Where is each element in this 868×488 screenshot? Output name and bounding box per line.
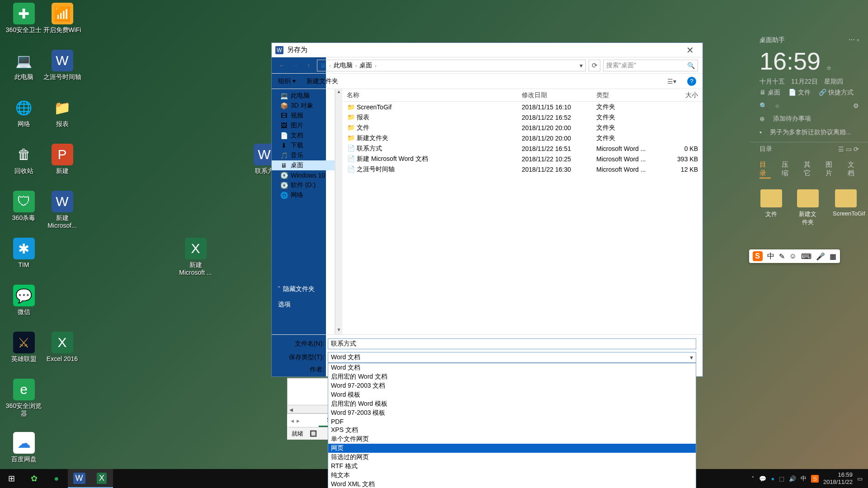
word-icon: W (275, 46, 283, 54)
file-row[interactable]: 📁报表2018/11/22 16:52文件夹 (342, 112, 703, 122)
dropdown-option[interactable]: 启用宏的 Word 文档 (328, 372, 696, 381)
nav-up-button[interactable]: ↑ (303, 60, 314, 71)
dropdown-option[interactable]: 单个文件网页 (328, 435, 696, 444)
tree-scrollbar[interactable]: ▲▼ (335, 89, 342, 334)
taskbar-word[interactable]: W (68, 469, 90, 488)
dropdown-option[interactable]: 网页 (328, 444, 696, 453)
new-folder-button[interactable]: 新建文件夹 (307, 77, 338, 85)
dropdown-option[interactable]: RTF 格式 (328, 462, 696, 471)
desktop-icon-thispc[interactable]: 💻此电脑 (5, 50, 43, 81)
sogou-icon: S (753, 251, 763, 261)
desktop-icon-tim[interactable]: ✱TIM (5, 238, 43, 269)
taskbar-excel[interactable]: X (90, 469, 113, 488)
refresh-button[interactable]: ⟳ (589, 60, 600, 71)
breadcrumb[interactable]: 🖥 › 此电脑 › 桌面 › ▾ (317, 60, 586, 71)
file-list-header[interactable]: 名称 修改日期 类型 大小 (342, 89, 703, 102)
widget-tab[interactable]: 图片 (826, 160, 837, 178)
desktop-icon-word2[interactable]: W新建 Microsof... (43, 191, 81, 230)
dropdown-option[interactable]: Word 模板 (328, 390, 696, 399)
dialog-title: 另存为 (287, 46, 681, 54)
taskbar-app-1[interactable]: ✿ (23, 469, 45, 488)
tray-volume-icon[interactable]: 🔊 (789, 475, 796, 482)
system-tray: ˄ 💬 ● ⬚ 🔊 中 S 16:592018/11/22 ▭ (746, 471, 868, 485)
desktop-icon-folder[interactable]: 📁报表 (43, 97, 81, 128)
weather-icon: ☼ (826, 64, 832, 71)
close-button[interactable]: ✕ (681, 45, 699, 56)
sheet-nav-first[interactable]: ◂ (291, 417, 294, 424)
file-row[interactable]: 📄之涯号时间轴2018/11/22 16:30Microsoft Word ..… (342, 164, 703, 174)
tree-node[interactable]: 🌐网络 (272, 190, 335, 200)
desktop-icon-360safe[interactable]: ✚360安全卫士 (5, 3, 43, 34)
widget-tab[interactable]: 文档 (848, 160, 859, 178)
widget-folder[interactable]: 文件 (760, 189, 783, 226)
tree-node[interactable]: 🎵音乐 (272, 150, 335, 160)
widget-tab[interactable]: 其它 (804, 160, 815, 178)
nav-forward-button[interactable]: → (290, 60, 301, 71)
filename-input[interactable] (328, 338, 696, 349)
file-row[interactable]: 📄新建 Microsoft Word 文档2018/11/22 10:25Mic… (342, 154, 703, 164)
desktop-icon-lol[interactable]: ⚔英雄联盟 (5, 332, 43, 363)
dropdown-option[interactable]: XPS 文档 (328, 426, 696, 435)
tray-icon[interactable]: 💬 (759, 475, 766, 482)
file-row[interactable]: 📁文件2018/11/20 20:00文件夹 (342, 122, 703, 133)
dropdown-option[interactable]: PDF (328, 418, 696, 426)
tray-notifications-icon[interactable]: ▭ (857, 475, 863, 482)
tree-node[interactable]: 🖥桌面 (272, 160, 335, 170)
author-label: 作者: (278, 366, 328, 374)
desktop-icon-360browser[interactable]: e360安全浏览器 (5, 379, 43, 418)
help-button[interactable]: ? (687, 77, 696, 86)
tray-icon[interactable]: ⬚ (779, 475, 784, 482)
desktop-icon-excel[interactable]: XExcel 2016 (43, 332, 81, 363)
desktop-icon-baidupan[interactable]: ☁百度网盘 (5, 432, 43, 463)
sheet-nav-last[interactable]: ▸ (297, 417, 300, 424)
desktop-icon-worddoc[interactable]: W之涯号时间轴 (43, 50, 81, 81)
dropdown-option[interactable]: Word XML 文档 (328, 480, 696, 488)
desktop-icon-excelfile[interactable]: X新建 Microsoft ... (176, 238, 215, 277)
desktop-icon-ppt[interactable]: P新建 (43, 144, 81, 175)
file-row[interactable]: 📁新建文件夹2018/11/20 20:00文件夹 (342, 133, 703, 143)
tray-sogou-icon[interactable]: S (811, 475, 819, 483)
save-as-dialog: ˆ隐藏文件夹 选项 W 另存为 ✕ ← → ↑ 🖥 › 此电脑 › 桌面 › ▾… (271, 42, 703, 377)
dropdown-option[interactable]: 纯文本 (328, 471, 696, 480)
view-options-button[interactable]: ☰▾ (667, 78, 676, 85)
widget-tab[interactable]: 压缩 (782, 160, 793, 178)
ime-toolbar[interactable]: S 中✎☺⌨🎤▦ (749, 249, 840, 263)
desktop-icon-network[interactable]: 🌐网络 (5, 97, 43, 128)
tree-node[interactable]: 📄文档 (272, 131, 335, 141)
file-row[interactable]: 📄联系方式2018/11/22 16:51Microsoft Word ...0… (342, 143, 703, 154)
tray-icon[interactable]: ● (771, 475, 774, 482)
dialog-titlebar: W 另存为 ✕ (272, 43, 703, 57)
tray-clock[interactable]: 16:592018/11/22 (823, 471, 853, 485)
nav-back-button[interactable]: ← (276, 60, 287, 71)
widget-folder[interactable]: ScreenToGif (833, 189, 859, 226)
desktop-icon-recycle[interactable]: 🗑回收站 (5, 144, 43, 175)
tree-node[interactable]: ⬇下载 (272, 141, 335, 150)
tree-node[interactable]: 🖼图片 (272, 121, 335, 131)
dropdown-option[interactable]: Word 97-2003 模板 (328, 408, 696, 418)
taskbar-app-2[interactable]: ● (45, 469, 68, 488)
widget-news[interactable]: • 男子为多拿拆迁款协议离婚... (750, 126, 868, 139)
desktop-icon-360av[interactable]: 🛡360杀毒 (5, 191, 43, 222)
widget-folder[interactable]: 新建文件夹 (796, 189, 819, 226)
dropdown-option[interactable]: 筛选过的网页 (328, 453, 696, 462)
tree-node[interactable]: 💻此电脑 (272, 91, 335, 101)
search-input[interactable]: 搜索"桌面" 🔍 (603, 60, 698, 71)
tray-expand[interactable]: ˄ (751, 475, 755, 482)
dropdown-option[interactable]: Word 97-2003 文档 (328, 381, 696, 390)
widget-todo[interactable]: ⊕添加待办事项 (750, 112, 868, 126)
tree-node[interactable]: 💽Windows 10 (272, 170, 335, 180)
folder-tree: 💻此电脑📦3D 对象🎞视频🖼图片📄文档⬇下载🎵音乐🖥桌面💽Windows 10💽… (272, 89, 335, 334)
tree-node[interactable]: 📦3D 对象 (272, 101, 335, 111)
start-button[interactable]: ⊞ (0, 469, 23, 488)
tree-node[interactable]: 🎞视频 (272, 111, 335, 121)
dropdown-option[interactable]: Word 文档 (328, 363, 696, 372)
dropdown-option[interactable]: 启用宏的 Word 模板 (328, 399, 696, 408)
organize-menu[interactable]: 组织 ▾ (278, 77, 296, 85)
widget-tab[interactable]: 目录 (760, 160, 771, 178)
desktop-icon-wechat[interactable]: 💬微信 (5, 285, 43, 316)
tree-node[interactable]: 💽软件 (D:) (272, 180, 335, 190)
tray-ime-icon[interactable]: 中 (801, 474, 807, 483)
savetype-combo[interactable]: Word 文档 (328, 352, 696, 363)
file-row[interactable]: 📁ScreenToGif2018/11/15 16:10文件夹 (342, 102, 703, 112)
desktop-icon-wifi[interactable]: 📶开启免费WiFi (43, 3, 81, 34)
